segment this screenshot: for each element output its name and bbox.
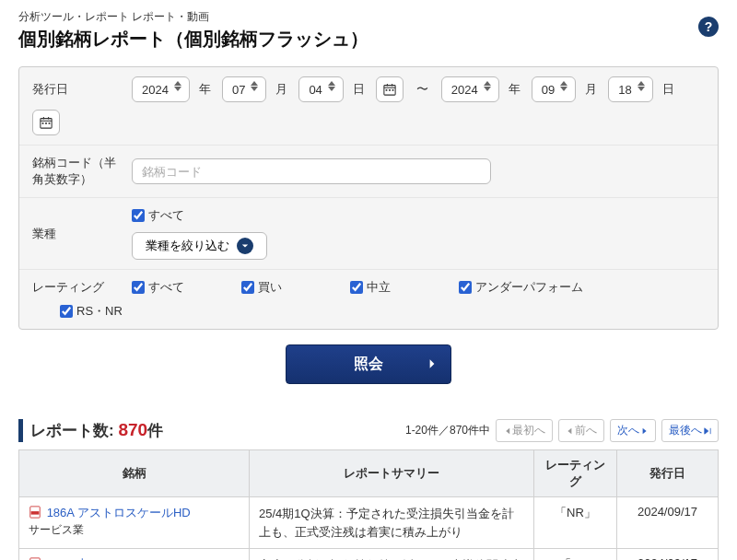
rating-cell: 「NR」: [534, 497, 617, 549]
chevron-down-icon: [237, 238, 253, 254]
calendar-icon: [383, 83, 396, 96]
all-label: すべて: [148, 207, 184, 224]
chevron-right-icon: [428, 356, 436, 373]
chevron-right-icon: [641, 427, 649, 435]
year-unit: 年: [199, 81, 211, 98]
chevron-first-icon: [503, 427, 510, 435]
svg-rect-12: [45, 122, 47, 124]
breadcrumb: 分析ツール・レポート レポート・動画: [18, 9, 719, 25]
pager-first-button[interactable]: 最初へ: [496, 419, 553, 442]
pager-last-button[interactable]: 最後へ: [661, 419, 719, 442]
industry-label: 業種: [32, 226, 124, 242]
day-unit: 日: [662, 81, 674, 98]
svg-rect-11: [42, 122, 44, 124]
submit-button[interactable]: 照会: [286, 344, 451, 384]
results-range: 1-20件／870件中: [405, 423, 490, 438]
calendar-icon: [40, 116, 53, 129]
results-title: レポート数: 870件: [30, 420, 163, 441]
col-date-header: 発行日: [617, 450, 719, 497]
to-year-select[interactable]: 2024: [441, 76, 499, 102]
date-cell: 2024/09/17: [617, 497, 719, 549]
rating-underperform-checkbox[interactable]: アンダーパフォーム: [459, 279, 583, 296]
svg-rect-15: [31, 511, 40, 515]
to-month-select[interactable]: 09: [532, 76, 576, 102]
col-summary-header: レポートサマリー: [250, 450, 534, 497]
table-row: 3402 東レ繊維製品高度な分析・評価技術等を活用した半導体関連事業群の拡大に期…: [19, 549, 719, 561]
summary-cell: 25/4期1Q決算：予定された受注損失引当金を計上も、正式受注残は着実に積み上が…: [250, 497, 534, 549]
svg-rect-5: [389, 89, 391, 91]
from-day-select[interactable]: 04: [298, 76, 343, 102]
rating-rsnr-checkbox[interactable]: RS・NR: [60, 303, 123, 320]
from-year-select[interactable]: 2024: [132, 76, 190, 102]
table-row: 186A アストロスケールHDサービス業25/4期1Q決算：予定された受注損失引…: [19, 497, 719, 549]
rating-buy-checkbox[interactable]: 買い: [241, 279, 282, 296]
tilde: 〜: [416, 81, 428, 98]
industry-all-checkbox[interactable]: すべて: [132, 207, 184, 224]
help-icon[interactable]: ?: [698, 17, 719, 37]
to-day-select[interactable]: 18: [608, 76, 652, 102]
results-count: 870: [118, 420, 147, 439]
rating-label: レーティング: [32, 279, 124, 296]
col-stock-header: 銘柄: [19, 450, 250, 497]
page-title: 個別銘柄レポート（個別銘柄フラッシュ）: [18, 27, 719, 52]
stock-code-input[interactable]: [132, 158, 491, 184]
chevron-last-icon: [704, 427, 711, 435]
svg-rect-6: [392, 89, 393, 91]
report-table: 銘柄 レポートサマリー レーティング 発行日 186A アストロスケールHDサー…: [18, 449, 719, 560]
stock-code-label: 銘柄コード（半角英数字）: [32, 155, 124, 188]
summary-cell: 高度な分析・評価技術等を活用した半導体関連事業群の拡大に期待：DI事業説明会報告: [250, 549, 534, 561]
date-cell: 2024/09/17: [617, 549, 719, 561]
pdf-icon: [29, 506, 41, 519]
rating-neutral-checkbox[interactable]: 中立: [350, 279, 391, 296]
search-form: 発行日 2024 年 07 月 04 日 〜 2024 年 09 月 18 日 …: [18, 66, 719, 330]
col-rating-header: レーティング: [534, 450, 617, 497]
svg-rect-13: [49, 122, 51, 124]
stock-sector: サービス業: [29, 522, 240, 538]
pager-next-button[interactable]: 次へ: [610, 419, 656, 442]
svg-rect-4: [385, 89, 387, 91]
issue-date-label: 発行日: [32, 81, 124, 98]
day-unit: 日: [353, 81, 365, 98]
to-calendar-button[interactable]: [32, 110, 60, 135]
rating-cell: 「B」: [534, 549, 617, 561]
from-calendar-button[interactable]: [376, 76, 404, 102]
refine-industry-button[interactable]: 業種を絞り込む: [132, 232, 267, 260]
stock-link[interactable]: 186A アストロスケールHD: [47, 506, 191, 519]
month-unit: 月: [585, 81, 597, 98]
pager-prev-button[interactable]: 前へ: [558, 419, 604, 442]
chevron-left-icon: [566, 427, 573, 435]
year-unit: 年: [509, 81, 521, 98]
rating-all-checkbox[interactable]: すべて: [132, 279, 184, 296]
from-month-select[interactable]: 07: [222, 76, 266, 102]
month-unit: 月: [275, 81, 287, 98]
